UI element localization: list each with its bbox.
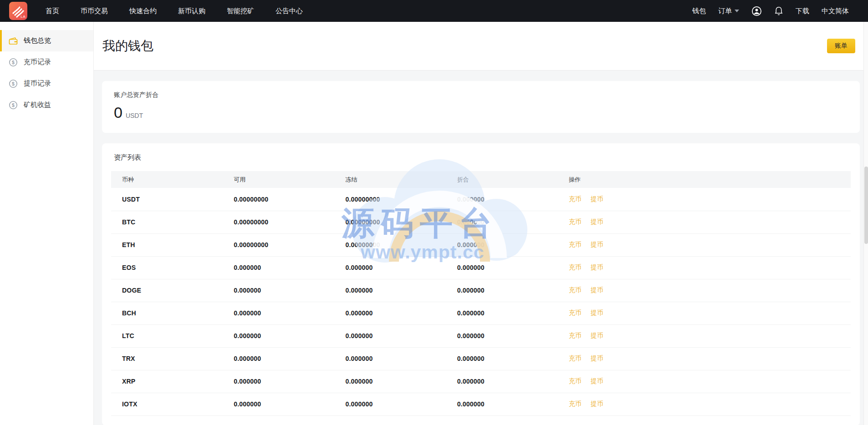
actions-cell: 充币提币: [558, 347, 851, 370]
converted-value: 0.000000: [446, 393, 558, 415]
available-value: 0.000000: [223, 256, 334, 279]
coin-name: TRX: [111, 347, 223, 370]
deposit-link[interactable]: 充币: [569, 354, 582, 362]
deposit-link[interactable]: 充币: [569, 400, 582, 407]
coin-name: LTC: [111, 324, 223, 347]
nav-item-5[interactable]: 公告中心: [276, 7, 303, 15]
total-assets-label: 账户总资产折合: [114, 91, 848, 99]
withdraw-link[interactable]: 提币: [591, 332, 603, 339]
available-value: 0.00000000: [223, 211, 334, 233]
coin-dollar-icon: $: [9, 79, 18, 88]
withdraw-link[interactable]: 提币: [591, 218, 603, 225]
deposit-link[interactable]: 充币: [569, 218, 582, 225]
asset-row-TRX: TRX0.0000000.0000000.000000充币提币: [111, 347, 851, 370]
coin-name: BCH: [111, 302, 223, 324]
nav-item-2[interactable]: 快速合约: [129, 7, 157, 15]
actions-cell: 充币提币: [558, 279, 851, 302]
converted-value: 0.000000: [446, 279, 558, 302]
deposit-link[interactable]: 充币: [569, 241, 582, 248]
main-area: 我的钱包 账单 账户总资产折合 0 USDT 资产列表 币种 可用: [94, 22, 868, 425]
nav-wallet-link[interactable]: 钱包: [692, 7, 706, 15]
frozen-value: 0.00000000: [334, 211, 446, 233]
frozen-value: 0.00000000: [334, 188, 446, 211]
sidebar-item-0[interactable]: 钱包总览: [0, 30, 93, 51]
coin-dollar-icon: $: [9, 101, 18, 110]
nav-item-3[interactable]: 新币认购: [178, 7, 205, 15]
actions-cell: 充币提币: [558, 256, 851, 279]
user-icon[interactable]: [751, 6, 762, 16]
svg-text:$: $: [12, 60, 15, 65]
nav-orders-label: 订单: [718, 7, 732, 15]
col-available: 可用: [223, 171, 334, 188]
coin-name: IOTX: [111, 393, 223, 415]
asset-row-DOGE: DOGE0.0000000.0000000.000000充币提币: [111, 279, 851, 302]
coin-name: USDT: [111, 188, 223, 211]
withdraw-link[interactable]: 提币: [591, 309, 603, 316]
actions-cell: 充币提币: [558, 233, 851, 256]
deposit-link[interactable]: 充币: [569, 195, 582, 202]
available-value: 0.00000000: [223, 188, 334, 211]
nav-language-selector[interactable]: 中文简体: [822, 7, 849, 15]
withdraw-link[interactable]: 提币: [591, 377, 603, 385]
actions-cell: 充币提币: [558, 324, 851, 347]
converted-value: 0.000000: [446, 233, 558, 256]
actions-cell: 充币提币: [558, 370, 851, 393]
withdraw-link[interactable]: 提币: [591, 400, 603, 407]
actions-cell: 充币提币: [558, 302, 851, 324]
available-value: 0.000000: [223, 302, 334, 324]
nav-item-1[interactable]: 币币交易: [81, 7, 108, 15]
total-assets-card: 账户总资产折合 0 USDT: [102, 81, 860, 133]
nav-download-link[interactable]: 下载: [796, 7, 809, 15]
deposit-link[interactable]: 充币: [569, 263, 582, 271]
withdraw-link[interactable]: 提币: [591, 354, 603, 362]
available-value: 0.00000000: [223, 233, 334, 256]
top-navbar: LA 首页币币交易快速合约新币认购智能挖矿公告中心 钱包 订单 下载 中文简体: [0, 0, 868, 22]
coin-name: ETH: [111, 233, 223, 256]
frozen-value: 0.000000: [334, 324, 446, 347]
actions-cell: 充币提币: [558, 211, 851, 233]
deposit-link[interactable]: 充币: [569, 309, 582, 316]
withdraw-link[interactable]: 提币: [591, 241, 603, 248]
scrollbar-thumb[interactable]: [864, 167, 868, 244]
nav-item-4[interactable]: 智能挖矿: [227, 7, 254, 15]
nav-right: 钱包 订单 下载 中文简体: [692, 6, 868, 16]
svg-text:$: $: [12, 81, 15, 86]
converted-value: 0.000000: [446, 347, 558, 370]
asset-list-card: 资产列表 币种 可用 冻结 折合 操作 USDT0.000000000.0000…: [102, 143, 860, 425]
sidebar-item-label: 钱包总览: [24, 36, 51, 45]
asset-row-ETH: ETH0.000000000.000000000.000000充币提币: [111, 233, 851, 256]
sidebar-item-label: 矿机收益: [24, 101, 51, 109]
converted-value: 0.000000: [446, 211, 558, 233]
withdraw-link[interactable]: 提币: [591, 195, 603, 202]
asset-row-LTC: LTC0.0000000.0000000.000000充币提币: [111, 324, 851, 347]
nav-items: 首页币币交易快速合约新币认购智能挖矿公告中心: [46, 7, 303, 15]
converted-value: 0.000000: [446, 370, 558, 393]
asset-row-EOS: EOS0.0000000.0000000.000000充币提币: [111, 256, 851, 279]
sidebar-item-2[interactable]: $提币记录: [0, 73, 93, 94]
deposit-link[interactable]: 充币: [569, 286, 582, 293]
converted-value: 0.000000: [446, 324, 558, 347]
nav-orders-dropdown[interactable]: 订单: [718, 7, 739, 15]
converted-value: 0.000000: [446, 256, 558, 279]
sidebar-item-1[interactable]: $充币记录: [0, 51, 93, 73]
bill-button[interactable]: 账单: [827, 39, 855, 53]
bell-icon[interactable]: [774, 6, 783, 16]
deposit-link[interactable]: 充币: [569, 377, 582, 385]
brand-logo[interactable]: LA: [9, 2, 27, 20]
svg-text:$: $: [12, 102, 15, 108]
sidebar: 钱包总览$充币记录$提币记录$矿机收益: [0, 22, 94, 425]
vertical-scrollbar[interactable]: [863, 22, 868, 425]
asset-row-XRP: XRP0.0000000.0000000.000000充币提币: [111, 370, 851, 393]
withdraw-link[interactable]: 提币: [591, 286, 603, 293]
sidebar-item-3[interactable]: $矿机收益: [0, 94, 93, 116]
converted-value: 0.000000: [446, 302, 558, 324]
nav-item-0[interactable]: 首页: [46, 7, 59, 15]
asset-row-IOTX: IOTX0.0000000.0000000.000000充币提币: [111, 393, 851, 415]
sidebar-item-label: 提币记录: [24, 79, 51, 88]
page-title: 我的钱包: [102, 37, 153, 55]
deposit-link[interactable]: 充币: [569, 332, 582, 339]
frozen-value: 0.000000: [334, 370, 446, 393]
col-frozen: 冻结: [334, 171, 446, 188]
withdraw-link[interactable]: 提币: [591, 263, 603, 271]
wallet-icon: [9, 37, 18, 45]
